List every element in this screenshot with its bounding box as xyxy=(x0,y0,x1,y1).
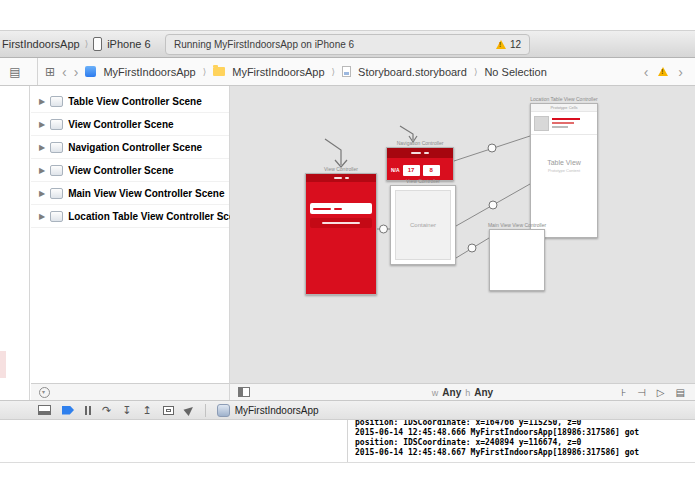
disclosure-triangle-icon[interactable]: ▶ xyxy=(39,189,45,198)
process-chip[interactable]: MyFirstIndoorsApp xyxy=(217,404,319,417)
scene-title: Location Table View Controller xyxy=(511,96,617,102)
segue-badge[interactable] xyxy=(380,225,388,233)
warning-icon[interactable] xyxy=(658,67,668,76)
scheme-selector[interactable]: FirstIndoorsApp ⟩ iPhone 6 xyxy=(0,37,151,51)
chevron-icon: ⟩ xyxy=(474,67,478,77)
scene-title: View Controller xyxy=(371,178,475,184)
search-field[interactable] xyxy=(310,203,372,214)
divider xyxy=(37,58,38,85)
prototype-cells-label: Prototype Cells xyxy=(550,105,577,110)
console-line: position: IDSCoordinate: x=240894 y=1166… xyxy=(355,438,695,448)
height-key: h xyxy=(465,388,470,398)
prototype-cell[interactable] xyxy=(531,112,597,135)
breadcrumb-group[interactable]: MyFirstIndoorsApp xyxy=(232,66,324,78)
scene-label: Location Table View Controller Scene xyxy=(68,211,246,222)
status-row: N/A 17 8 xyxy=(387,163,453,177)
segue-badge[interactable] xyxy=(489,201,497,209)
scene-container-view-controller[interactable]: View Controller Container xyxy=(390,185,456,265)
forward-button[interactable]: › xyxy=(74,65,79,79)
pin-icon[interactable]: ⊣ xyxy=(637,387,646,398)
simulate-location-icon[interactable] xyxy=(183,404,195,416)
scene-icon xyxy=(50,165,63,176)
filter-icon[interactable] xyxy=(39,387,50,398)
disclosure-triangle-icon[interactable]: ▶ xyxy=(39,97,45,106)
segue-badge[interactable] xyxy=(488,144,496,152)
outline-scene-row[interactable]: ▶ Location Table View Controller Scene xyxy=(31,205,229,228)
button-text-placeholder xyxy=(322,222,360,224)
breakpoints-icon[interactable] xyxy=(62,406,74,415)
activity-viewer: Running MyFirstIndoorsApp on iPhone 6 12 xyxy=(165,34,530,55)
prototype-content-label: Prototype Content xyxy=(531,168,597,173)
move-button[interactable] xyxy=(310,218,372,228)
next-issue-button[interactable]: › xyxy=(678,65,683,79)
disclosure-triangle-icon[interactable]: ▶ xyxy=(39,166,45,175)
outline-bottom-bar xyxy=(31,383,230,400)
console-output[interactable]: position: IDSCoordinate: x=164766 y=1152… xyxy=(348,420,695,462)
outline-scene-row[interactable]: ▶ View Controller Scene xyxy=(31,113,229,136)
outline-scene-row[interactable]: ▶ Main View View Controller Scene xyxy=(31,182,229,205)
issue-navigation: ‹ › xyxy=(644,65,695,79)
previous-issue-button[interactable]: ‹ xyxy=(644,65,649,79)
breadcrumb-project[interactable]: MyFirstIndoorsApp xyxy=(103,66,195,78)
scene-label: Main View View Controller Scene xyxy=(68,188,224,199)
entry-point-arrow xyxy=(400,126,413,140)
debug-toolbar: ↷ ↧ ↥ MyFirstIndoorsApp xyxy=(0,400,695,420)
scene-red-view-controller[interactable]: View Controller xyxy=(305,173,377,295)
disclosure-triangle-icon[interactable]: ▶ xyxy=(39,143,45,152)
related-items-button[interactable]: ▤ xyxy=(0,66,30,78)
scene-plain-view-controller[interactable]: Main View View Controller xyxy=(489,229,545,291)
editor-options-icon[interactable]: ▤ xyxy=(676,387,685,398)
console-line: 2015-06-14 12:45:48.667 MyFirstIndoorsAp… xyxy=(355,448,695,458)
scene-location-table-view-controller[interactable]: Location Table View Controller Prototype… xyxy=(530,103,598,238)
scene-icon xyxy=(50,188,63,199)
scene-label: View Controller Scene xyxy=(68,119,173,130)
nav-title-placeholder xyxy=(345,177,349,179)
folder-icon xyxy=(213,67,225,76)
segue-badge[interactable] xyxy=(468,244,476,252)
scene-label: View Controller Scene xyxy=(68,165,173,176)
disclosure-triangle-icon[interactable]: ▶ xyxy=(39,212,45,221)
process-name: MyFirstIndoorsApp xyxy=(235,405,319,416)
breadcrumb-file[interactable]: Storyboard.storyboard xyxy=(358,66,467,78)
warning-count: 12 xyxy=(510,39,521,50)
pause-icon[interactable] xyxy=(85,406,91,415)
step-out-icon[interactable]: ↥ xyxy=(142,405,151,416)
value-cell: 17 xyxy=(403,165,420,176)
device-name: iPhone 6 xyxy=(107,38,150,50)
scene-navigation-controller[interactable]: Navigation Controller N/A 17 8 xyxy=(386,147,454,181)
disclosure-triangle-icon[interactable]: ▶ xyxy=(39,120,45,129)
editor-grid-icon[interactable]: ⊞ xyxy=(45,66,55,78)
nav-title-placeholder xyxy=(334,177,342,179)
outline-scene-row[interactable]: ▶ Table View Controller Scene xyxy=(31,90,229,113)
hide-document-outline-icon[interactable] xyxy=(238,387,250,397)
scene-title: Main View View Controller xyxy=(470,222,564,228)
variables-view[interactable] xyxy=(0,420,348,462)
related-items-icon: ▤ xyxy=(9,66,20,78)
height-value: Any xyxy=(474,387,493,398)
back-button[interactable]: ‹ xyxy=(62,65,67,79)
step-into-icon[interactable]: ↧ xyxy=(122,405,131,416)
size-class-selector[interactable]: w Any h Any xyxy=(432,387,493,398)
jump-bar: ▤ ⊞ ‹ › MyFirstIndoorsApp ⟩ MyFirstIndoo… xyxy=(0,58,695,86)
entry-point-arrow xyxy=(325,139,341,165)
table-view-label: Table View xyxy=(531,159,597,166)
breadcrumb-selection[interactable]: No Selection xyxy=(484,66,546,78)
document-outline: ▶ Table View Controller Scene ▶ View Con… xyxy=(31,86,230,383)
warning-icon xyxy=(496,40,506,49)
view-debugger-icon[interactable] xyxy=(163,406,174,415)
table-view-placeholder: Table View Prototype Content xyxy=(531,159,597,173)
background-window-sliver xyxy=(0,351,6,378)
outline-scene-row[interactable]: ▶ Navigation Controller Scene xyxy=(31,136,229,159)
scene-label: Table View Controller Scene xyxy=(68,96,202,107)
resolve-auto-layout-icon[interactable]: ▷ xyxy=(657,387,665,398)
outline-scene-row[interactable]: ▶ View Controller Scene xyxy=(31,159,229,182)
chevron-icon: ⟩ xyxy=(203,67,207,77)
step-over-icon[interactable]: ↷ xyxy=(102,405,111,416)
container-view[interactable]: Container xyxy=(395,190,451,260)
issues-badge[interactable]: 12 xyxy=(496,39,521,50)
align-icon[interactable]: ⊦ xyxy=(621,387,626,398)
search-text-placeholder xyxy=(334,208,342,210)
storyboard-canvas[interactable]: View Controller Navigation Controller N/… xyxy=(230,86,695,383)
hide-debug-area-icon[interactable] xyxy=(38,405,51,415)
scene-title: View Controller xyxy=(286,166,396,172)
